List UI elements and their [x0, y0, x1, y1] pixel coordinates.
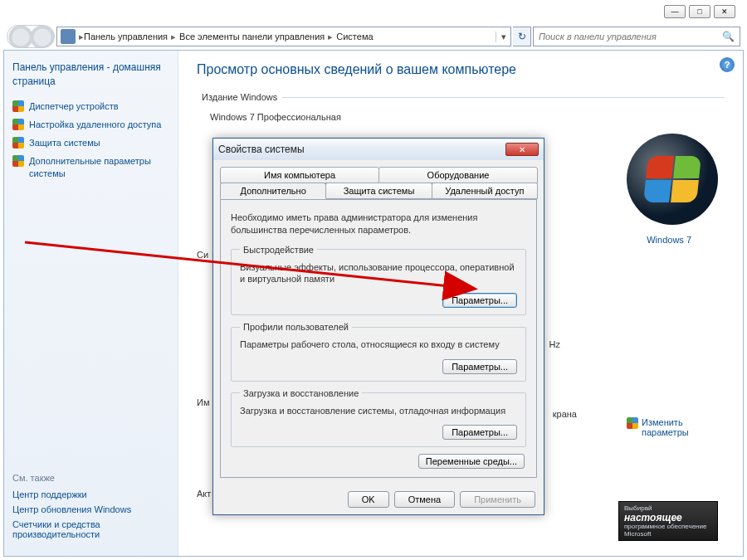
dialog-titlebar[interactable]: Свойства системы ✕: [213, 139, 544, 160]
hz-fragment: Hz: [549, 339, 560, 349]
profiles-group: Профили пользователей Параметры рабочего…: [231, 322, 526, 381]
shield-icon: [12, 119, 24, 130]
see-also-performance[interactable]: Счетчики и средства производительности: [12, 519, 169, 539]
sidebar-home-link[interactable]: Панель управления - домашняя страница: [12, 61, 169, 89]
env-vars-button[interactable]: Переменные среды...: [418, 454, 525, 469]
crumb-2[interactable]: Система: [336, 32, 373, 41]
crumb-1[interactable]: Все элементы панели управления: [179, 32, 325, 41]
crumb-0[interactable]: Панель управления: [84, 32, 168, 41]
tab-remote[interactable]: Удаленный доступ: [432, 183, 538, 199]
performance-desc: Визуальные эффекты, использование процес…: [240, 261, 517, 285]
see-also-title: См. также: [12, 473, 169, 483]
sidebar-item-advanced[interactable]: Дополнительные параметры системы: [12, 155, 169, 179]
system-properties-dialog: Свойства системы ✕ Имя компьютера Оборуд…: [212, 138, 544, 515]
startup-group: Загрузка и восстановление Загрузка и вос…: [231, 388, 526, 447]
startup-legend: Загрузка и восстановление: [240, 388, 362, 398]
control-panel-icon: [61, 29, 76, 44]
performance-group: Быстродействие Визуальные эффекты, испол…: [231, 245, 526, 316]
apply-button[interactable]: Применить: [460, 491, 535, 508]
tab-panel-advanced: Необходимо иметь права администратора дл…: [220, 199, 537, 478]
minimize-button[interactable]: —: [664, 5, 686, 18]
genuine-badge[interactable]: Выбирай настоящее программное обеспечени…: [618, 501, 718, 541]
tab-computer-name[interactable]: Имя компьютера: [220, 167, 379, 183]
tab-system-protection[interactable]: Защита системы: [325, 183, 432, 199]
chevron-down-icon[interactable]: ▾: [496, 32, 510, 42]
shield-icon: [12, 155, 24, 167]
startup-desc: Загрузка и восстановление системы, отлад…: [240, 405, 517, 416]
ok-button[interactable]: OK: [348, 491, 389, 508]
see-also-action-center[interactable]: Центр поддержки: [12, 489, 169, 499]
cancel-button[interactable]: Отмена: [394, 491, 455, 508]
address-bar: ▸ Панель управления▸ Все элементы панели…: [7, 25, 740, 48]
edition-name: Windows 7 Профессиональная: [197, 109, 725, 125]
breadcrumb[interactable]: ▸ Панель управления▸ Все элементы панели…: [56, 27, 511, 46]
nav-back-forward[interactable]: [7, 25, 55, 48]
activation-section-label: Акт: [197, 489, 211, 499]
edition-group: Издание Windows Windows 7 Профессиональн…: [197, 92, 725, 125]
maximize-button[interactable]: □: [689, 5, 710, 18]
change-settings-link[interactable]: Изменить параметры: [627, 417, 710, 437]
search-box[interactable]: 🔍: [533, 27, 740, 46]
tab-hardware[interactable]: Оборудование: [378, 167, 538, 183]
shield-icon: [12, 100, 24, 112]
profiles-legend: Профили пользователей: [240, 322, 352, 332]
tab-advanced[interactable]: Дополнительно: [220, 183, 326, 199]
screen-fragment: крана: [553, 409, 577, 419]
windows-logo: [627, 134, 718, 225]
search-input[interactable]: [539, 32, 719, 41]
admin-note: Необходимо иметь права администратора дл…: [231, 212, 526, 236]
startup-settings-button[interactable]: Параметры...: [442, 425, 517, 440]
search-icon: 🔍: [722, 31, 735, 42]
sidebar-item-protection[interactable]: Защита системы: [12, 137, 169, 149]
performance-legend: Быстродействие: [240, 245, 317, 255]
system-section-label: Си: [197, 250, 208, 260]
dialog-title: Свойства системы: [218, 144, 305, 155]
page-title: Просмотр основных сведений о вашем компь…: [197, 62, 725, 77]
chevron-right-icon: ▸: [328, 32, 333, 42]
close-button[interactable]: ✕: [714, 5, 735, 18]
brand-label: Windows 7: [647, 235, 691, 245]
see-also-windows-update[interactable]: Центр обновления Windows: [12, 504, 169, 514]
sidebar-item-device-manager[interactable]: Диспетчер устройств: [12, 100, 169, 112]
see-also: См. также Центр поддержки Центр обновлен…: [12, 473, 169, 544]
shield-icon: [12, 137, 24, 149]
performance-settings-button[interactable]: Параметры...: [442, 293, 517, 308]
name-section-label: Им: [197, 397, 209, 407]
profiles-settings-button[interactable]: Параметры...: [442, 359, 517, 374]
chevron-right-icon: ▸: [171, 32, 176, 42]
dialog-close-button[interactable]: ✕: [505, 143, 539, 156]
help-icon[interactable]: ?: [720, 57, 735, 72]
sidebar-item-remote[interactable]: Настройка удаленного доступа: [12, 119, 169, 130]
profiles-desc: Параметры рабочего стола, относящиеся ко…: [240, 338, 517, 350]
shield-icon: [627, 417, 638, 429]
refresh-button[interactable]: ↻: [513, 27, 531, 46]
sidebar: Панель управления - домашняя страница Ди…: [4, 51, 178, 556]
windows-flag-icon: [643, 156, 701, 202]
edition-legend: Издание Windows: [197, 92, 282, 102]
